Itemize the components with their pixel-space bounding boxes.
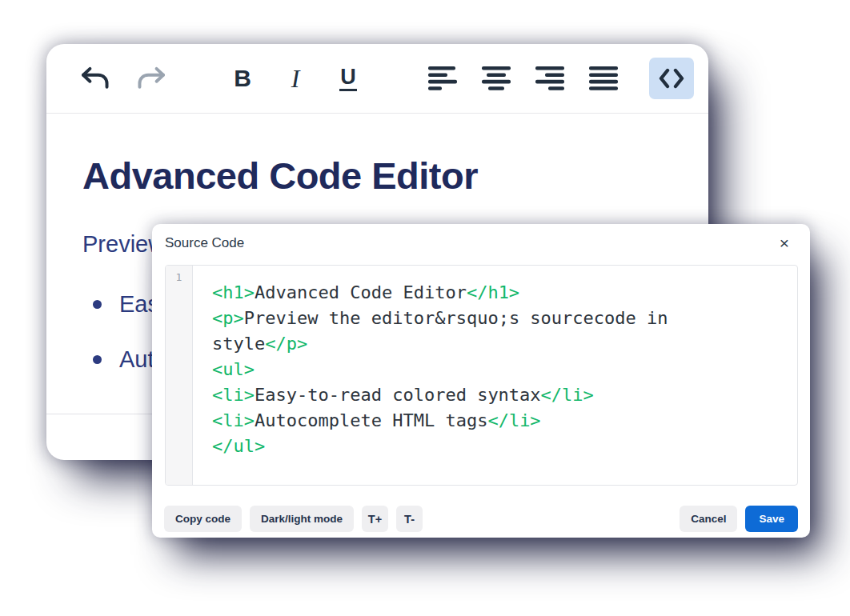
align-center-button[interactable] xyxy=(479,60,513,97)
line-number-gutter: 1 xyxy=(166,266,193,485)
bold-icon: B xyxy=(234,65,251,92)
align-right-icon xyxy=(535,66,564,90)
bold-button[interactable]: B xyxy=(226,60,259,97)
dialog-title: Source Code xyxy=(165,235,244,250)
code-line: <h1>Advanced Code Editor</h1> xyxy=(212,280,724,306)
toolbar-divider xyxy=(46,113,708,114)
align-left-button[interactable] xyxy=(426,60,459,97)
align-center-icon xyxy=(482,66,511,90)
justify-icon xyxy=(589,66,618,90)
editor-toolbar: B I U xyxy=(46,44,708,113)
align-right-button[interactable] xyxy=(533,60,567,97)
line-number: 1 xyxy=(176,271,182,283)
justify-button[interactable] xyxy=(587,60,620,97)
dialog-footer: Copy code Dark/light mode T+ T- Cancel S… xyxy=(152,506,810,532)
bullet-icon xyxy=(93,355,102,364)
bullet-icon xyxy=(93,300,102,309)
code-line: <li>Autocomplete HTML tags</li> xyxy=(212,408,724,434)
dark-light-mode-button[interactable]: Dark/light mode xyxy=(250,506,354,532)
undo-button[interactable] xyxy=(78,60,112,97)
source-code-button[interactable] xyxy=(649,58,694,99)
italic-button[interactable]: I xyxy=(279,60,312,97)
code-content[interactable]: <h1>Advanced Code Editor</h1><p>Preview … xyxy=(193,266,797,485)
code-line: <li>Easy-to-read colored syntax</li> xyxy=(212,382,724,408)
source-code-icon xyxy=(659,68,684,89)
underline-button[interactable]: U xyxy=(331,60,365,97)
redo-button[interactable] xyxy=(134,60,168,97)
code-editor-panel[interactable]: 1 <h1>Advanced Code Editor</h1><p>Previe… xyxy=(165,265,798,486)
copy-code-button[interactable]: Copy code xyxy=(164,506,242,532)
redo-icon xyxy=(136,66,166,90)
save-button[interactable]: Save xyxy=(745,506,798,532)
cancel-button[interactable]: Cancel xyxy=(680,506,737,532)
close-button[interactable]: × xyxy=(772,230,797,256)
font-size-decrease-button[interactable]: T- xyxy=(396,506,423,532)
code-line: </ul> xyxy=(212,434,724,459)
align-left-icon xyxy=(428,66,457,90)
font-size-increase-button[interactable]: T+ xyxy=(362,506,388,532)
italic-icon: I xyxy=(291,64,300,94)
close-icon: × xyxy=(780,234,789,252)
undo-icon xyxy=(80,66,110,90)
code-line: <p>Preview the editor&rsquo;s sourcecode… xyxy=(212,306,724,357)
source-code-dialog: Source Code × 1 <h1>Advanced Code Editor… xyxy=(152,224,810,538)
page: B I U xyxy=(0,0,850,616)
underline-icon: U xyxy=(339,66,357,91)
code-line: <ul> xyxy=(212,357,724,382)
dialog-header: Source Code × xyxy=(152,224,810,264)
document-heading: Advanced Code Editor xyxy=(82,155,672,198)
